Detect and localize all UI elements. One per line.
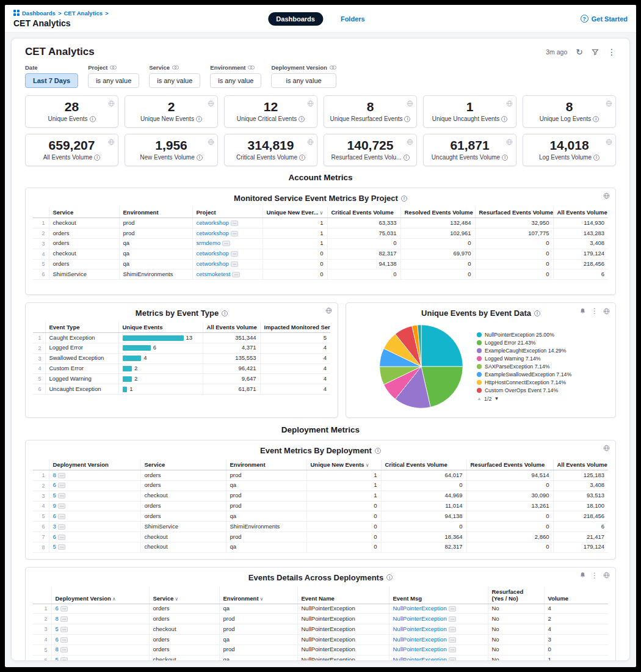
cell-deployment-version: 5⋯ [51, 655, 149, 661]
cell-link[interactable]: 6 [56, 636, 59, 643]
cell-link[interactable]: NullPointerException [393, 646, 447, 652]
alert-bell-icon[interactable] [579, 572, 586, 579]
cell-link[interactable]: 8 [56, 646, 59, 652]
globe-icon[interactable] [603, 192, 610, 199]
cell-link[interactable]: 6 [56, 605, 59, 612]
globe-icon[interactable] [325, 307, 332, 314]
tab-folders[interactable]: Folders [333, 12, 373, 26]
column-header-volume[interactable]: Volume [544, 586, 608, 604]
column-header-event-name[interactable]: Event Name [297, 586, 389, 604]
page-down-icon[interactable]: ▼ [494, 396, 499, 401]
globe-icon[interactable] [506, 98, 513, 109]
column-header-resurfaced-events-volume[interactable]: Resurfaced Events Volume [466, 459, 553, 470]
breadcrumb-item-cet-analytics[interactable]: CET Analytics [63, 10, 103, 16]
globe-icon[interactable] [603, 445, 610, 451]
more-menu-icon[interactable]: ⋮ [607, 48, 616, 56]
filter-control-project[interactable]: is any value [88, 73, 139, 88]
get-started-link[interactable]: ? Get Started [581, 15, 628, 23]
cell-link[interactable]: cetsmoketest [197, 271, 231, 277]
pie-chart[interactable] [378, 323, 465, 410]
filter-control-service[interactable]: is any value [149, 73, 200, 88]
column-header-service[interactable]: Service [140, 459, 226, 470]
filter-control-date[interactable]: Last 7 Days [25, 73, 78, 88]
cell-service: orders [149, 645, 219, 655]
globe-icon[interactable] [407, 98, 413, 109]
cell-link[interactable]: NullPointerException [393, 636, 447, 643]
column-header-all-events-volume[interactable]: All Events Volume [203, 322, 260, 333]
cell-link[interactable]: 5 [53, 543, 56, 550]
cell-link[interactable]: NullPointerException [393, 626, 447, 632]
info-icon: i [502, 155, 508, 161]
page-up-icon[interactable]: ▲ [477, 396, 482, 401]
column-header-service[interactable]: Service [49, 207, 119, 218]
cell-link[interactable]: 6 [53, 533, 56, 540]
tab-dashboards[interactable]: Dashboards [268, 12, 323, 26]
breadcrumb-item-dashboards[interactable]: Dashboards [22, 10, 56, 16]
column-header-event-msg[interactable]: Event Msg [389, 586, 488, 604]
filter-control-deployment-version[interactable]: is any value [271, 73, 336, 88]
cell-link[interactable]: NullPointerException [393, 605, 447, 612]
column-header-critical-events-volume[interactable]: Critical Events Volume [381, 459, 466, 470]
globe-icon[interactable] [603, 308, 610, 315]
cell-link[interactable]: 5 [53, 492, 56, 499]
globe-icon[interactable] [108, 137, 115, 148]
cell-environment: prod [119, 218, 192, 228]
column-header-deployment-version[interactable]: Deployment Version [49, 459, 140, 470]
column-header-resolved-events-volume[interactable]: Resolved Events Volume [400, 207, 475, 218]
info-icon: i [593, 116, 599, 122]
column-header-unique-new-events[interactable]: Unique New Events∨ [306, 459, 381, 470]
cell-link[interactable]: 6 [53, 481, 56, 488]
more-menu-icon[interactable]: ⋮ [591, 307, 598, 315]
cell-project: cetworkshop⋯ [192, 218, 263, 228]
cell-unique-events: 4 [118, 353, 203, 363]
column-header-event-type[interactable]: Event Type [45, 322, 118, 333]
pie-slice-nullpointerexception[interactable] [421, 325, 463, 367]
globe-icon[interactable] [108, 98, 115, 109]
cell-link[interactable]: NullPointerException [393, 615, 447, 622]
column-header-all-events-volume[interactable]: All Events Volume [553, 207, 608, 218]
cell-link[interactable]: cetworkshop [197, 219, 229, 226]
cell-link[interactable]: 5 [56, 626, 59, 632]
globe-icon[interactable] [208, 98, 214, 109]
globe-icon[interactable] [307, 98, 314, 109]
column-header-deployment-version[interactable]: Deployment Version∧ [51, 586, 149, 604]
column-header-impacted-monitored-services[interactable]: Impacted Monitored Services [260, 322, 330, 333]
more-menu-icon[interactable]: ⋮ [591, 572, 598, 579]
column-header-resurfaced[interactable]: Resurfaced(Yes / No) [488, 586, 544, 604]
filter-icon[interactable] [592, 48, 599, 56]
globe-icon[interactable] [606, 98, 612, 109]
globe-icon[interactable] [506, 137, 513, 148]
refresh-icon[interactable]: ↻ [576, 48, 583, 56]
cell-link[interactable]: 8 [53, 472, 56, 478]
globe-icon[interactable] [407, 137, 413, 148]
column-header-all-events-volume[interactable]: All Events Volume [553, 459, 608, 470]
cell-link[interactable]: 3 [53, 523, 56, 530]
globe-icon[interactable] [606, 137, 612, 148]
column-header-project[interactable]: Project [192, 207, 263, 218]
cell-link[interactable]: 6 [53, 513, 56, 519]
column-header-environment[interactable]: Environment [119, 207, 192, 218]
globe-icon[interactable] [307, 137, 314, 148]
cell-link[interactable]: 9 [53, 502, 56, 509]
row-number-header [33, 322, 45, 333]
column-header-service[interactable]: Service∨ [149, 586, 219, 604]
cell-link[interactable]: 5 [56, 656, 59, 661]
cell-link[interactable]: cetworkshop [197, 230, 229, 236]
globe-icon[interactable] [603, 572, 610, 579]
column-header-unique-events[interactable]: Unique Events [118, 322, 203, 333]
alert-bell-icon[interactable] [579, 308, 586, 315]
column-header-unique-new-ever[interactable]: Unique New Ever...∨ [263, 207, 327, 218]
column-header-resurfaced-events-volume[interactable]: Resurfaced Events Volume [475, 207, 553, 218]
column-header-environment[interactable]: Environment [226, 459, 306, 470]
column-label-line2: (Yes / No) [492, 595, 540, 602]
cell-link[interactable]: cetworkshop [197, 260, 229, 267]
cell-link[interactable]: 8 [56, 615, 59, 622]
column-header-environment[interactable]: Environment∨ [219, 586, 297, 604]
globe-icon[interactable] [208, 137, 214, 148]
filter-control-environment[interactable]: is any value [210, 73, 261, 88]
cell-link[interactable]: srmdemo [197, 239, 221, 246]
column-header-critical-events-volume[interactable]: Critical Events Volume [327, 207, 400, 218]
tile-label-text: Unique Log Events [540, 115, 592, 122]
cell-link[interactable]: cetworkshop [197, 250, 229, 257]
cell-link[interactable]: NullPointerException [393, 656, 447, 661]
